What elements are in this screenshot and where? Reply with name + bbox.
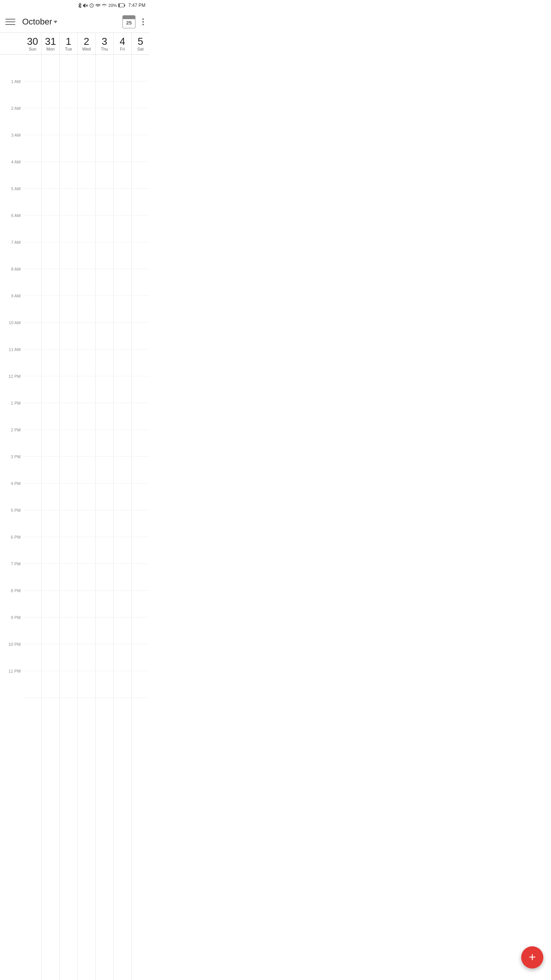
grid-cell-wed-16[interactable]: [78, 483, 95, 510]
grid-cell-sat-15[interactable]: [132, 457, 149, 483]
grid-cell-sun-23[interactable]: [24, 671, 41, 698]
grid-cell-mon-5[interactable]: [42, 189, 59, 216]
grid-cell-tue-19[interactable]: [60, 564, 77, 591]
grid-cell-wed-11[interactable]: [78, 350, 95, 376]
grid-cell-mon-10[interactable]: [42, 323, 59, 350]
grid-cell-fri-22[interactable]: [114, 644, 131, 671]
grid-cell-tue-2[interactable]: [60, 108, 77, 135]
grid-cell-fri-8[interactable]: [114, 269, 131, 296]
grid-cell-sat-23[interactable]: [132, 671, 149, 698]
grid-cell-sun-12[interactable]: [24, 376, 41, 403]
grid-cell-mon-9[interactable]: [42, 296, 59, 323]
grid-cell-mon-11[interactable]: [42, 350, 59, 376]
grid-cell-sun-9[interactable]: [24, 296, 41, 323]
grid-cell-sat-8[interactable]: [132, 269, 149, 296]
grid-cell-fri-2[interactable]: [114, 108, 131, 135]
grid-cell-wed-15[interactable]: [78, 457, 95, 483]
grid-cell-thu-12[interactable]: [96, 376, 113, 403]
grid-cell-sun-1[interactable]: [24, 82, 41, 108]
grid-cell-sat-22[interactable]: [132, 644, 149, 671]
grid-cell-sat-6[interactable]: [132, 216, 149, 242]
grid-cell-sat-11[interactable]: [132, 350, 149, 376]
grid-cell-thu-11[interactable]: [96, 350, 113, 376]
grid-cell-sat-0[interactable]: [132, 55, 149, 82]
grid-cell-tue-21[interactable]: [60, 617, 77, 644]
grid-cell-fri-7[interactable]: [114, 242, 131, 269]
grid-cell-fri-19[interactable]: [114, 564, 131, 591]
grid-cell-fri-14[interactable]: [114, 430, 131, 457]
grid-cell-tue-12[interactable]: [60, 376, 77, 403]
day-header-fri[interactable]: 4Fri: [114, 33, 132, 54]
grid-cell-wed-13[interactable]: [78, 403, 95, 430]
grid-cell-thu-3[interactable]: [96, 135, 113, 162]
grid-cell-tue-1[interactable]: [60, 82, 77, 108]
grid-cell-fri-4[interactable]: [114, 162, 131, 189]
grid-cell-fri-20[interactable]: [114, 591, 131, 617]
grid-cell-mon-21[interactable]: [42, 617, 59, 644]
grid-cell-tue-17[interactable]: [60, 510, 77, 537]
grid-col-sat[interactable]: [132, 55, 149, 980]
grid-col-fri[interactable]: [114, 55, 132, 980]
grid-cell-sun-16[interactable]: [24, 483, 41, 510]
grid-cell-sat-17[interactable]: [132, 510, 149, 537]
grid-cell-fri-15[interactable]: [114, 457, 131, 483]
calendar-scroll-body[interactable]: 1 AM2 AM3 AM4 AM5 AM6 AM7 AM8 AM9 AM10 A…: [0, 55, 149, 980]
grid-col-wed[interactable]: [78, 55, 96, 980]
grid-cell-fri-11[interactable]: [114, 350, 131, 376]
grid-cell-fri-12[interactable]: [114, 376, 131, 403]
grid-cell-thu-14[interactable]: [96, 430, 113, 457]
grid-cell-wed-12[interactable]: [78, 376, 95, 403]
grid-cell-tue-11[interactable]: [60, 350, 77, 376]
grid-cell-tue-7[interactable]: [60, 242, 77, 269]
grid-cell-sun-8[interactable]: [24, 269, 41, 296]
grid-cell-sat-7[interactable]: [132, 242, 149, 269]
grid-cell-thu-19[interactable]: [96, 564, 113, 591]
grid-cell-sat-1[interactable]: [132, 82, 149, 108]
grid-cell-fri-13[interactable]: [114, 403, 131, 430]
day-header-sun[interactable]: 30Sun: [24, 33, 42, 54]
grid-cell-sun-20[interactable]: [24, 591, 41, 617]
grid-cell-tue-6[interactable]: [60, 216, 77, 242]
grid-cell-fri-1[interactable]: [114, 82, 131, 108]
grid-cell-mon-23[interactable]: [42, 671, 59, 698]
grid-cell-wed-14[interactable]: [78, 430, 95, 457]
grid-cell-sun-21[interactable]: [24, 617, 41, 644]
grid-cell-mon-1[interactable]: [42, 82, 59, 108]
grid-cell-wed-7[interactable]: [78, 242, 95, 269]
grid-cell-mon-6[interactable]: [42, 216, 59, 242]
grid-cell-thu-17[interactable]: [96, 510, 113, 537]
grid-cell-fri-9[interactable]: [114, 296, 131, 323]
grid-cell-wed-18[interactable]: [78, 537, 95, 564]
grid-cell-thu-21[interactable]: [96, 617, 113, 644]
grid-cell-mon-4[interactable]: [42, 162, 59, 189]
grid-cell-mon-16[interactable]: [42, 483, 59, 510]
grid-cell-wed-21[interactable]: [78, 617, 95, 644]
grid-cell-mon-2[interactable]: [42, 108, 59, 135]
grid-cell-tue-5[interactable]: [60, 189, 77, 216]
grid-cell-wed-5[interactable]: [78, 189, 95, 216]
grid-cell-thu-22[interactable]: [96, 644, 113, 671]
grid-cell-wed-0[interactable]: [78, 55, 95, 82]
grid-cell-tue-8[interactable]: [60, 269, 77, 296]
grid-cell-sat-13[interactable]: [132, 403, 149, 430]
grid-cell-sat-2[interactable]: [132, 108, 149, 135]
grid-cell-thu-2[interactable]: [96, 108, 113, 135]
grid-cell-sat-20[interactable]: [132, 591, 149, 617]
grid-cell-thu-7[interactable]: [96, 242, 113, 269]
grid-cell-sun-17[interactable]: [24, 510, 41, 537]
grid-cell-sun-19[interactable]: [24, 564, 41, 591]
grid-cell-wed-2[interactable]: [78, 108, 95, 135]
grid-cell-tue-4[interactable]: [60, 162, 77, 189]
day-header-wed[interactable]: 2Wed: [78, 33, 96, 54]
grid-cell-mon-15[interactable]: [42, 457, 59, 483]
grid-cell-sat-14[interactable]: [132, 430, 149, 457]
grid-cell-tue-0[interactable]: [60, 55, 77, 82]
grid-cell-thu-18[interactable]: [96, 537, 113, 564]
day-header-sat[interactable]: 5Sat: [132, 33, 149, 54]
day-header-thu[interactable]: 3Thu: [96, 33, 114, 54]
grid-cell-wed-3[interactable]: [78, 135, 95, 162]
grid-cell-wed-6[interactable]: [78, 216, 95, 242]
grid-col-thu[interactable]: [96, 55, 114, 980]
grid-cell-sat-10[interactable]: [132, 323, 149, 350]
grid-cell-sun-11[interactable]: [24, 350, 41, 376]
